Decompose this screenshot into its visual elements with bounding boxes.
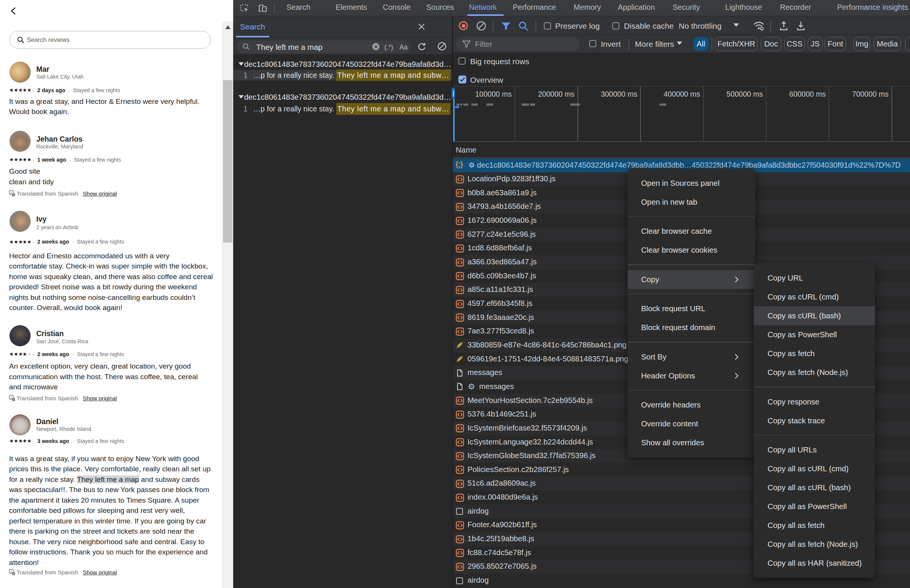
svg-text:A: A [10,191,13,195]
svg-text:A: A [10,570,13,573]
svg-text:x: x [13,193,15,196]
svg-text:A: A [10,396,13,399]
svg-text:x: x [13,572,15,575]
svg-text:x: x [13,398,15,401]
